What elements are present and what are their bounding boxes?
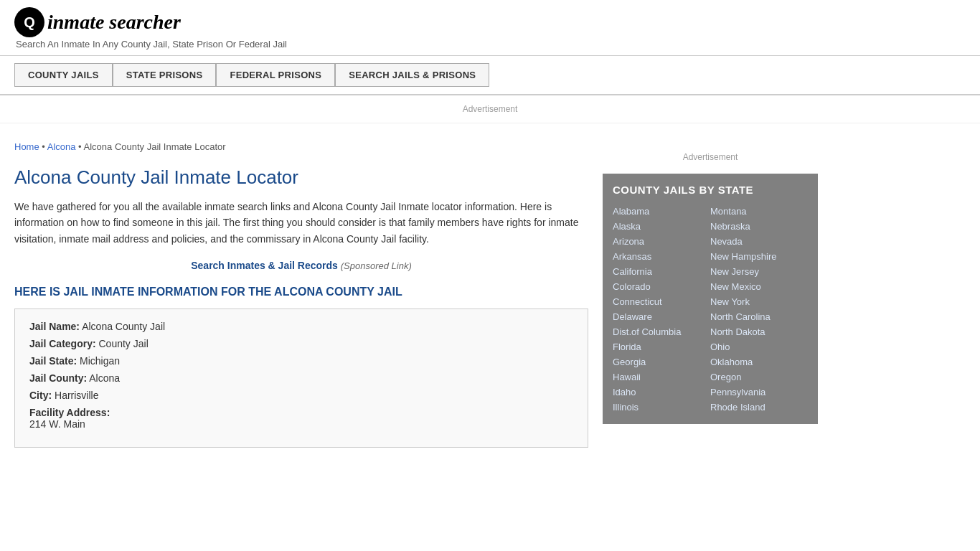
breadcrumb: Home • Alcona • Alcona County Jail Inmat… [14,131,588,159]
logo-text: inmate searcher [47,11,181,34]
nav-county-jails[interactable]: COUNTY JAILS [14,63,113,87]
nav-state-prisons[interactable]: STATE PRISONS [113,63,217,87]
state-link[interactable]: Dist.of Columbia [613,325,710,339]
state-list-box: COUNTY JAILS BY STATE AlabamaAlaskaArizo… [603,174,818,424]
nav-items: COUNTY JAILS STATE PRISONS FEDERAL PRISO… [14,63,966,87]
state-link[interactable]: New Mexico [710,280,808,293]
city-row: City: Harrisville [29,390,573,401]
state-link[interactable]: Delaware [613,310,710,324]
jail-category-row: Jail Category: County Jail [29,338,573,349]
header: Q inmate searcher Search An Inmate In An… [0,0,980,56]
sponsored-link[interactable]: Search Inmates & Jail Records [191,260,338,271]
state-link[interactable]: Florida [613,340,710,354]
state-link[interactable]: Connecticut [613,295,710,309]
section-header: HERE IS JAIL INMATE INFORMATION FOR THE … [14,286,588,298]
jail-state-value: Michigan [80,355,120,367]
state-link[interactable]: California [613,265,710,278]
logo-area: Q inmate searcher [14,7,966,37]
jail-state-label: Jail State: [29,355,77,367]
state-link[interactable]: Montana [710,204,808,218]
state-link[interactable]: Arkansas [613,250,710,263]
tagline: Search An Inmate In Any County Jail, Sta… [16,39,966,50]
nav-federal-prisons[interactable]: FEDERAL PRISONS [216,63,335,87]
main-container: Home • Alcona • Alcona County Jail Inmat… [0,131,980,462]
jail-county-label: Jail County: [29,372,87,384]
jail-name-row: Jail Name: Alcona County Jail [29,321,573,332]
jail-county-value: Alcona [89,372,120,384]
state-link[interactable]: Pennsylvania [710,385,808,399]
state-link[interactable]: Georgia [613,355,710,369]
state-link[interactable]: Nebraska [710,220,808,233]
state-link[interactable]: Idaho [613,385,710,399]
state-link[interactable]: Ohio [710,340,808,354]
state-link[interactable]: Alaska [613,220,710,233]
jail-category-label: Jail Category: [29,338,96,349]
state-col-1: AlabamaAlaskaArizonaArkansasCaliforniaCo… [613,204,710,414]
state-link[interactable]: New Hampshire [710,250,808,263]
breadcrumb-home[interactable]: Home [14,141,39,152]
city-label: City: [29,390,52,401]
state-link[interactable]: Oregon [710,370,808,384]
state-link[interactable]: Oklahoma [710,355,808,369]
sponsored-label: (Sponsored Link) [341,260,412,271]
state-link[interactable]: New York [710,295,808,309]
state-link[interactable]: Nevada [710,235,808,248]
jail-category-value: County Jail [98,338,148,349]
jail-name-value: Alcona County Jail [82,321,165,332]
jail-name-label: Jail Name: [29,321,80,332]
nav-search-jails[interactable]: SEARCH JAILS & PRISONS [335,63,489,87]
info-box: Jail Name: Alcona County Jail Jail Categ… [14,309,588,448]
state-list-title: COUNTY JAILS BY STATE [613,184,808,196]
state-link[interactable]: North Dakota [710,325,808,339]
body-text: We have gathered for you all the availab… [14,199,588,247]
sponsored-link-area: Search Inmates & Jail Records (Sponsored… [14,260,588,271]
page-title: Alcona County Jail Inmate Locator [14,166,588,189]
state-col-2: MontanaNebraskaNevadaNew HampshireNew Je… [710,204,808,414]
navigation: COUNTY JAILS STATE PRISONS FEDERAL PRISO… [0,56,980,95]
facility-address-value: 214 W. Main [29,418,573,430]
ad-bar: Advertisement [0,95,980,123]
breadcrumb-alcona[interactable]: Alcona [47,141,76,152]
state-link[interactable]: Illinois [613,400,710,414]
state-link[interactable]: Colorado [613,280,710,293]
jail-state-row: Jail State: Michigan [29,355,573,367]
sidebar: Advertisement COUNTY JAILS BY STATE Alab… [603,131,818,462]
facility-address-label: Facility Address: [29,407,573,418]
state-link[interactable]: New Jersey [710,265,808,278]
state-link[interactable]: Alabama [613,204,710,218]
breadcrumb-current: Alcona County Jail Inmate Locator [84,141,226,152]
state-link[interactable]: North Carolina [710,310,808,324]
facility-address-row: Facility Address: 214 W. Main [29,407,573,430]
jail-county-row: Jail County: Alcona [29,372,573,384]
state-link[interactable]: Arizona [613,235,710,248]
sidebar-ad: Advertisement [603,152,818,162]
state-columns: AlabamaAlaskaArizonaArkansasCaliforniaCo… [613,204,808,414]
content-area: Home • Alcona • Alcona County Jail Inmat… [14,131,603,462]
state-link[interactable]: Rhode Island [710,400,808,414]
city-value: Harrisville [55,390,98,401]
state-link[interactable]: Hawaii [613,370,710,384]
logo-icon: Q [14,7,44,37]
